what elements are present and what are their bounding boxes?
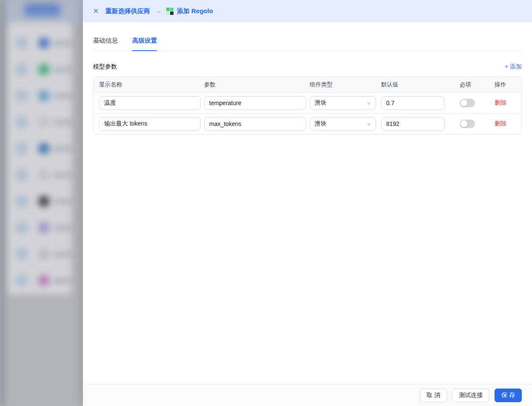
table-header-row: 显示名称 参数 组件类型 默认值 必填 操作 bbox=[94, 77, 521, 92]
component-type-select[interactable]: 滑块 ∨ bbox=[310, 117, 376, 131]
logo-square-bl bbox=[166, 11, 170, 15]
param-name-input[interactable] bbox=[204, 117, 306, 131]
col-action: 操作 bbox=[495, 81, 516, 89]
toggle-knob bbox=[461, 120, 467, 127]
delete-row-button[interactable]: 删除 bbox=[495, 99, 506, 107]
col-param: 参数 bbox=[204, 81, 310, 89]
model-params-table: 显示名称 参数 组件类型 默认值 必填 操作 滑块 ∨ 删除 滑块 ∨ bbox=[93, 77, 522, 134]
table-body: 滑块 ∨ 删除 滑块 ∨ 删除 bbox=[94, 92, 521, 134]
save-button[interactable]: 保 存 bbox=[495, 389, 522, 402]
regolo-logo-icon bbox=[166, 8, 174, 15]
param-table-row: 滑块 ∨ 删除 bbox=[94, 113, 521, 134]
delete-row-button[interactable]: 删除 bbox=[495, 120, 506, 128]
arrow-right-icon: → bbox=[155, 7, 162, 15]
toggle-knob bbox=[461, 100, 467, 106]
drawer-footer: 取 消 测试连接 保 存 bbox=[83, 384, 532, 406]
chevron-down-icon: ∨ bbox=[367, 121, 371, 127]
select-value: 滑块 bbox=[315, 120, 327, 128]
test-connection-button[interactable]: 测试连接 bbox=[452, 389, 489, 402]
col-default-value: 默认值 bbox=[381, 81, 460, 89]
drawer-header: × 重新选择供应商 → 添加 Regolo bbox=[83, 0, 532, 22]
cancel-button[interactable]: 取 消 bbox=[420, 389, 447, 402]
display-name-input[interactable] bbox=[99, 96, 201, 110]
param-name-input[interactable] bbox=[204, 96, 306, 110]
default-value-input[interactable] bbox=[381, 96, 445, 110]
close-icon[interactable]: × bbox=[93, 6, 99, 16]
tab-basic-info[interactable]: 基础信息 bbox=[93, 37, 118, 51]
component-type-select[interactable]: 滑块 ∨ bbox=[310, 96, 376, 110]
col-required: 必填 bbox=[460, 81, 495, 89]
required-toggle[interactable] bbox=[460, 99, 475, 107]
logo-square-tl bbox=[166, 8, 170, 11]
col-display-name: 显示名称 bbox=[99, 81, 204, 89]
section-title: 模型参数 bbox=[93, 63, 117, 71]
logo-square-tr bbox=[170, 8, 174, 11]
col-component-type: 组件类型 bbox=[310, 81, 381, 89]
required-toggle[interactable] bbox=[460, 120, 475, 128]
default-value-input[interactable] bbox=[381, 117, 445, 131]
reselect-provider-link[interactable]: 重新选择供应商 bbox=[105, 7, 150, 15]
add-provider-drawer: × 重新选择供应商 → 添加 Regolo 基础信息 高级设置 模型参数 + 添… bbox=[83, 0, 532, 406]
add-param-button[interactable]: + 添加 bbox=[505, 63, 522, 71]
drawer-title: 添加 Regolo bbox=[177, 7, 213, 15]
logo-square-br bbox=[170, 11, 174, 15]
model-params-section-header: 模型参数 + 添加 bbox=[93, 63, 522, 71]
display-name-input[interactable] bbox=[99, 117, 201, 131]
tab-bar: 基础信息 高级设置 bbox=[93, 22, 522, 51]
chevron-down-icon: ∨ bbox=[367, 100, 371, 106]
param-table-row: 滑块 ∨ 删除 bbox=[94, 92, 521, 113]
select-value: 滑块 bbox=[315, 99, 327, 107]
tab-advanced-settings[interactable]: 高级设置 bbox=[132, 37, 157, 51]
